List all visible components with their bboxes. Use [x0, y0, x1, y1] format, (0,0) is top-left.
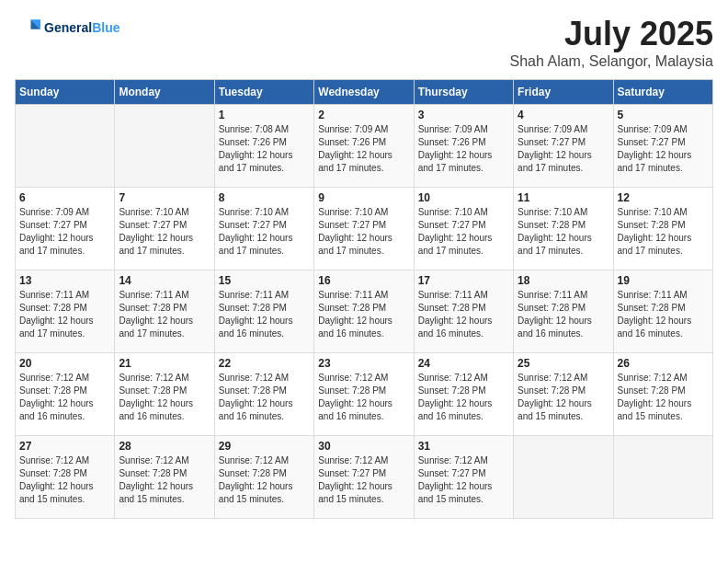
day-info: Sunrise: 7:09 AMSunset: 7:27 PMDaylight:… — [19, 206, 110, 258]
calendar-cell: 25Sunrise: 7:12 AMSunset: 7:28 PMDayligh… — [514, 353, 613, 436]
day-info: Sunrise: 7:12 AMSunset: 7:27 PMDaylight:… — [318, 454, 409, 506]
calendar-cell: 14Sunrise: 7:11 AMSunset: 7:28 PMDayligh… — [115, 270, 214, 353]
calendar-cell: 30Sunrise: 7:12 AMSunset: 7:27 PMDayligh… — [314, 436, 414, 519]
day-info: Sunrise: 7:12 AMSunset: 7:28 PMDaylight:… — [119, 454, 210, 506]
calendar-cell: 28Sunrise: 7:12 AMSunset: 7:28 PMDayligh… — [115, 436, 214, 519]
day-number: 7 — [119, 191, 210, 204]
day-number: 8 — [219, 191, 310, 204]
day-info: Sunrise: 7:10 AMSunset: 7:28 PMDaylight:… — [618, 206, 709, 258]
day-number: 15 — [219, 274, 310, 287]
weekday-header-tuesday: Tuesday — [214, 80, 313, 105]
day-info: Sunrise: 7:08 AMSunset: 7:26 PMDaylight:… — [219, 123, 310, 175]
calendar-cell: 9Sunrise: 7:10 AMSunset: 7:27 PMDaylight… — [314, 188, 414, 270]
day-info: Sunrise: 7:11 AMSunset: 7:28 PMDaylight:… — [19, 289, 110, 340]
logo-icon — [15, 15, 40, 40]
day-info: Sunrise: 7:12 AMSunset: 7:28 PMDaylight:… — [19, 372, 110, 423]
weekday-header-wednesday: Wednesday — [314, 80, 414, 105]
calendar-cell: 20Sunrise: 7:12 AMSunset: 7:28 PMDayligh… — [16, 353, 115, 436]
day-info: Sunrise: 7:11 AMSunset: 7:28 PMDaylight:… — [518, 289, 609, 340]
weekday-header-sunday: Sunday — [16, 80, 115, 105]
day-number: 20 — [19, 357, 110, 370]
day-number: 16 — [318, 274, 409, 287]
day-info: Sunrise: 7:09 AMSunset: 7:26 PMDaylight:… — [318, 123, 409, 175]
calendar-cell: 18Sunrise: 7:11 AMSunset: 7:28 PMDayligh… — [514, 270, 613, 353]
day-info: Sunrise: 7:11 AMSunset: 7:28 PMDaylight:… — [418, 289, 509, 340]
calendar-cell: 17Sunrise: 7:11 AMSunset: 7:28 PMDayligh… — [414, 270, 513, 353]
calendar-cell: 2Sunrise: 7:09 AMSunset: 7:26 PMDaylight… — [314, 105, 414, 188]
day-number: 28 — [119, 440, 210, 453]
day-info: Sunrise: 7:12 AMSunset: 7:28 PMDaylight:… — [318, 372, 409, 423]
day-number: 26 — [618, 357, 709, 370]
weekday-header-thursday: Thursday — [414, 80, 513, 105]
day-info: Sunrise: 7:12 AMSunset: 7:28 PMDaylight:… — [418, 372, 509, 423]
day-number: 18 — [518, 274, 609, 287]
day-info: Sunrise: 7:11 AMSunset: 7:28 PMDaylight:… — [318, 289, 409, 340]
day-number: 25 — [518, 357, 609, 370]
day-number: 31 — [418, 440, 509, 453]
day-number: 29 — [219, 440, 310, 453]
month-title: July 2025 — [510, 15, 713, 53]
day-number: 10 — [418, 191, 509, 204]
calendar-cell: 11Sunrise: 7:10 AMSunset: 7:28 PMDayligh… — [514, 188, 613, 270]
calendar-cell: 10Sunrise: 7:10 AMSunset: 7:27 PMDayligh… — [414, 188, 513, 270]
calendar-week-row: 13Sunrise: 7:11 AMSunset: 7:28 PMDayligh… — [16, 270, 713, 353]
day-info: Sunrise: 7:12 AMSunset: 7:28 PMDaylight:… — [219, 454, 310, 506]
calendar-cell: 13Sunrise: 7:11 AMSunset: 7:28 PMDayligh… — [16, 270, 115, 353]
page-header: GeneralBlue July 2025 Shah Alam, Selango… — [15, 15, 713, 70]
calendar-cell: 12Sunrise: 7:10 AMSunset: 7:28 PMDayligh… — [613, 188, 712, 270]
day-number: 5 — [618, 109, 709, 121]
calendar-cell — [613, 436, 712, 519]
day-info: Sunrise: 7:09 AMSunset: 7:27 PMDaylight:… — [518, 123, 609, 175]
weekday-header-monday: Monday — [115, 80, 214, 105]
calendar-cell: 15Sunrise: 7:11 AMSunset: 7:28 PMDayligh… — [214, 270, 313, 353]
day-info: Sunrise: 7:11 AMSunset: 7:28 PMDaylight:… — [618, 289, 709, 340]
calendar-cell: 3Sunrise: 7:09 AMSunset: 7:26 PMDaylight… — [414, 105, 513, 188]
calendar-cell: 5Sunrise: 7:09 AMSunset: 7:27 PMDaylight… — [613, 105, 712, 188]
day-info: Sunrise: 7:12 AMSunset: 7:28 PMDaylight:… — [19, 454, 110, 506]
day-number: 6 — [19, 191, 110, 204]
calendar-cell: 1Sunrise: 7:08 AMSunset: 7:26 PMDaylight… — [214, 105, 313, 188]
calendar-week-row: 1Sunrise: 7:08 AMSunset: 7:26 PMDaylight… — [16, 105, 713, 188]
day-info: Sunrise: 7:09 AMSunset: 7:27 PMDaylight:… — [618, 123, 709, 175]
calendar-cell: 6Sunrise: 7:09 AMSunset: 7:27 PMDaylight… — [16, 188, 115, 270]
calendar-cell: 19Sunrise: 7:11 AMSunset: 7:28 PMDayligh… — [613, 270, 712, 353]
day-number: 27 — [19, 440, 110, 453]
calendar-cell: 23Sunrise: 7:12 AMSunset: 7:28 PMDayligh… — [314, 353, 414, 436]
day-info: Sunrise: 7:12 AMSunset: 7:28 PMDaylight:… — [618, 372, 709, 423]
calendar-cell: 16Sunrise: 7:11 AMSunset: 7:28 PMDayligh… — [314, 270, 414, 353]
calendar-week-row: 6Sunrise: 7:09 AMSunset: 7:27 PMDaylight… — [16, 188, 713, 270]
day-number: 3 — [418, 109, 509, 121]
logo: GeneralBlue — [15, 15, 119, 40]
day-number: 24 — [418, 357, 509, 370]
calendar-cell: 26Sunrise: 7:12 AMSunset: 7:28 PMDayligh… — [613, 353, 712, 436]
day-number: 1 — [219, 109, 310, 121]
logo-line2: Blue — [92, 20, 119, 35]
day-info: Sunrise: 7:12 AMSunset: 7:28 PMDaylight:… — [219, 372, 310, 423]
day-number: 21 — [119, 357, 210, 370]
calendar-cell: 24Sunrise: 7:12 AMSunset: 7:28 PMDayligh… — [414, 353, 513, 436]
day-info: Sunrise: 7:10 AMSunset: 7:27 PMDaylight:… — [318, 206, 409, 258]
weekday-header-saturday: Saturday — [613, 80, 712, 105]
weekday-header-row: SundayMondayTuesdayWednesdayThursdayFrid… — [16, 80, 713, 105]
day-info: Sunrise: 7:09 AMSunset: 7:26 PMDaylight:… — [418, 123, 509, 175]
logo-line1: General — [44, 20, 92, 35]
day-number: 12 — [618, 191, 709, 204]
calendar-week-row: 20Sunrise: 7:12 AMSunset: 7:28 PMDayligh… — [16, 353, 713, 436]
calendar-cell: 27Sunrise: 7:12 AMSunset: 7:28 PMDayligh… — [16, 436, 115, 519]
day-number: 4 — [518, 109, 609, 121]
calendar-week-row: 27Sunrise: 7:12 AMSunset: 7:28 PMDayligh… — [16, 436, 713, 519]
calendar-table: SundayMondayTuesdayWednesdayThursdayFrid… — [15, 79, 713, 519]
day-number: 22 — [219, 357, 310, 370]
calendar-cell: 22Sunrise: 7:12 AMSunset: 7:28 PMDayligh… — [214, 353, 313, 436]
day-info: Sunrise: 7:10 AMSunset: 7:27 PMDaylight:… — [219, 206, 310, 258]
calendar-cell — [514, 436, 613, 519]
day-info: Sunrise: 7:10 AMSunset: 7:27 PMDaylight:… — [418, 206, 509, 258]
calendar-cell: 21Sunrise: 7:12 AMSunset: 7:28 PMDayligh… — [115, 353, 214, 436]
day-number: 19 — [618, 274, 709, 287]
day-info: Sunrise: 7:12 AMSunset: 7:28 PMDaylight:… — [518, 372, 609, 423]
location-title: Shah Alam, Selangor, Malaysia — [510, 53, 713, 70]
day-number: 23 — [318, 357, 409, 370]
day-info: Sunrise: 7:11 AMSunset: 7:28 PMDaylight:… — [219, 289, 310, 340]
day-number: 30 — [318, 440, 409, 453]
day-info: Sunrise: 7:10 AMSunset: 7:27 PMDaylight:… — [119, 206, 210, 258]
